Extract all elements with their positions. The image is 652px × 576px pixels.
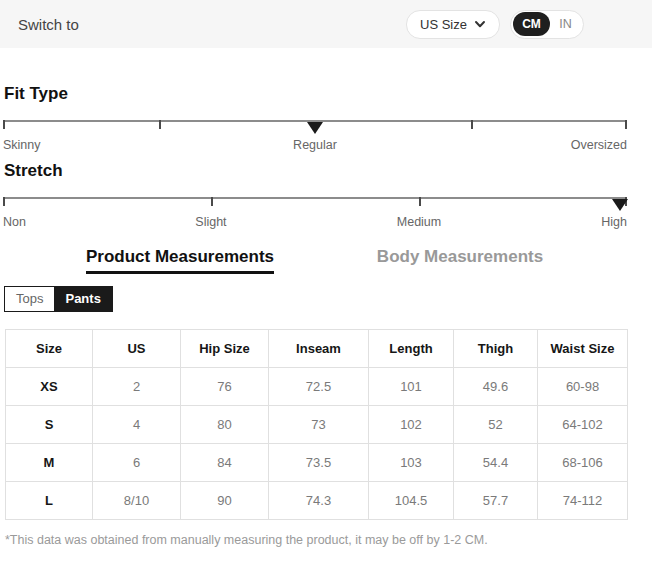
cell-value: 52 [454, 406, 538, 444]
tab-product-measurements[interactable]: Product Measurements [86, 247, 274, 274]
cell-value: 72.5 [269, 368, 369, 406]
stretch-option-high: High [601, 215, 627, 229]
fit-type-slider: Skinny Regular Oversized [3, 120, 627, 156]
slider-tick [471, 120, 473, 129]
fit-type-marker-icon [307, 122, 323, 134]
slider-tick [211, 197, 213, 206]
table-row: M 6 84 73.5 103 54.4 68-106 [6, 444, 628, 482]
cell-value: 76 [181, 368, 269, 406]
stretch-option-non: Non [3, 215, 26, 229]
slider-tick [419, 197, 421, 206]
slider-tick [3, 197, 5, 206]
switch-to-label: Switch to [18, 16, 79, 33]
tab-product-measurements-label: Product Measurements [86, 247, 274, 274]
cell-value: 4 [93, 406, 181, 444]
fit-option-regular: Regular [293, 138, 337, 152]
col-header-hip-size: Hip Size [181, 330, 269, 368]
table-row: S 4 80 73 102 52 64-102 [6, 406, 628, 444]
cell-size: XS [6, 368, 93, 406]
chevron-down-icon [474, 18, 486, 30]
col-header-length: Length [369, 330, 454, 368]
toggle-tops[interactable]: Tops [5, 287, 54, 311]
slider-tick [159, 120, 161, 129]
stretch-marker-icon [612, 199, 628, 211]
slider-tick [625, 120, 627, 129]
unit-toggle: CM IN [510, 10, 584, 39]
col-header-us: US [93, 330, 181, 368]
cell-size: L [6, 482, 93, 520]
cell-value: 6 [93, 444, 181, 482]
cell-value: 84 [181, 444, 269, 482]
fit-option-oversized: Oversized [571, 138, 627, 152]
fit-option-skinny: Skinny [3, 138, 41, 152]
stretch-title: Stretch [4, 161, 63, 181]
cell-value: 8/10 [93, 482, 181, 520]
topbar: Switch to US Size CM IN [0, 0, 652, 48]
cell-value: 80 [181, 406, 269, 444]
stretch-option-slight: Slight [195, 215, 226, 229]
col-header-inseam: Inseam [269, 330, 369, 368]
table-header-row: Size US Hip Size Inseam Length Thigh Wai… [6, 330, 628, 368]
cell-size: S [6, 406, 93, 444]
measurement-table: Size US Hip Size Inseam Length Thigh Wai… [5, 329, 628, 520]
cell-value: 68-106 [538, 444, 628, 482]
stretch-slider: Non Slight Medium High [3, 197, 627, 233]
slider-track [3, 197, 627, 199]
cell-value: 64-102 [538, 406, 628, 444]
col-header-size: Size [6, 330, 93, 368]
unit-option-in[interactable]: IN [550, 17, 581, 31]
col-header-thigh: Thigh [454, 330, 538, 368]
cell-size: M [6, 444, 93, 482]
unit-option-cm[interactable]: CM [513, 12, 550, 36]
col-header-waist-size: Waist Size [538, 330, 628, 368]
slider-tick [3, 120, 5, 129]
table-row: XS 2 76 72.5 101 49.6 60-98 [6, 368, 628, 406]
cell-value: 102 [369, 406, 454, 444]
cell-value: 73.5 [269, 444, 369, 482]
cell-value: 54.4 [454, 444, 538, 482]
tab-body-measurements[interactable]: Body Measurements [377, 247, 543, 267]
cell-value: 101 [369, 368, 454, 406]
footnote: *This data was obtained from manually me… [5, 533, 488, 547]
stretch-option-medium: Medium [397, 215, 441, 229]
toggle-pants[interactable]: Pants [54, 287, 111, 311]
cell-value: 103 [369, 444, 454, 482]
tab-body-measurements-label: Body Measurements [377, 247, 543, 266]
cell-value: 74-112 [538, 482, 628, 520]
cell-value: 90 [181, 482, 269, 520]
cell-value: 49.6 [454, 368, 538, 406]
fit-type-title: Fit Type [4, 84, 68, 104]
us-size-dropdown[interactable]: US Size [406, 10, 500, 39]
size-guide-panel: Switch to US Size CM IN Fit Type Skinny … [0, 0, 652, 576]
cell-value: 104.5 [369, 482, 454, 520]
category-toggle: Tops Pants [4, 286, 113, 312]
cell-value: 57.7 [454, 482, 538, 520]
cell-value: 74.3 [269, 482, 369, 520]
table-row: L 8/10 90 74.3 104.5 57.7 74-112 [6, 482, 628, 520]
cell-value: 60-98 [538, 368, 628, 406]
cell-value: 2 [93, 368, 181, 406]
us-size-dropdown-label: US Size [420, 17, 467, 32]
cell-value: 73 [269, 406, 369, 444]
